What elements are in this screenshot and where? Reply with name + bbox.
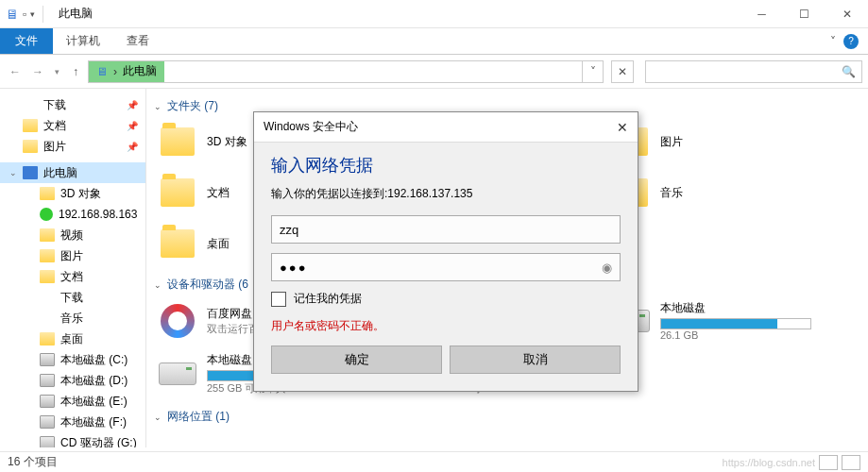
address-dropdown-icon[interactable]: ˅ [582,61,603,82]
drive-icon [158,354,197,394]
sidebar-item-label: 3D 对象 [60,186,101,202]
item-icon [40,415,55,429]
tile-label: 音乐 [660,185,683,201]
ribbon-collapse-icon[interactable]: ˅ [830,35,836,48]
sidebar-item[interactable]: 图片📌 [0,136,145,157]
sidebar-item[interactable]: 音乐 [0,308,145,329]
username-field[interactable]: zzq [271,215,621,244]
sidebar-item[interactable]: CD 驱动器 (G:) [0,432,145,447]
sidebar-item[interactable]: 下载📌 [0,94,145,115]
dialog-title: Windows 安全中心 [264,119,617,135]
item-icon [40,436,55,447]
pin-icon: 📌 [127,142,138,152]
item-icon [40,208,53,221]
expand-icon[interactable]: ⌄ [9,168,17,177]
dialog-titlebar: Windows 安全中心 ✕ [254,112,638,143]
sidebar-item-label: 下载 [43,97,66,113]
usage-bar [660,318,811,329]
app-icon: 🖥 [6,7,19,22]
sidebar-item-label: 文档 [43,118,66,134]
sidebar-item[interactable]: 桌面 [0,329,145,349]
chevron-down-icon: ⌄ [154,413,162,422]
nav-toolbar: ← → ▾ ↑ 🖥 › 此电脑 ˅ ✕ 🔍 [0,55,868,89]
reveal-password-icon[interactable]: ◉ [602,261,612,275]
nav-up-button[interactable]: ↑ [67,65,84,78]
view-details-button[interactable] [819,455,838,470]
ribbon: 文件 计算机 查看 ˅ ? [0,28,868,55]
sidebar-item-label: 下载 [60,290,83,306]
ok-button[interactable]: 确定 [271,346,442,374]
address-chevron-icon[interactable]: › [113,65,117,78]
dialog-heading: 输入网络凭据 [271,154,621,177]
watermark: https://blog.csdn.net [723,457,815,468]
status-bar: 16 个项目 https://blog.csdn.net [0,451,868,472]
remember-checkbox[interactable] [271,292,286,307]
sidebar-item-label: 本地磁盘 (D:) [60,373,128,389]
folder-icon [23,98,38,111]
maximize-button[interactable]: ☐ [783,0,825,28]
drive-tile[interactable]: 本地磁盘26.1 GB [607,295,834,346]
sidebar-item[interactable]: 本地磁盘 (D:) [0,370,145,391]
tile-sublabel: 26.1 GB [660,329,811,341]
password-field[interactable]: ●●● ◉ [271,253,621,281]
tile-label: 文档 [207,185,230,201]
sidebar-this-pc[interactable]: ⌄ 此电脑 [0,162,145,183]
view-icons-button[interactable] [842,455,860,470]
folder-icon [23,140,38,153]
sidebar-item[interactable]: 本地磁盘 (E:) [0,391,145,412]
sidebar-item[interactable]: 文档📌 [0,115,145,136]
ribbon-file-tab[interactable]: 文件 [0,28,53,54]
help-icon[interactable]: ? [843,34,859,49]
address-segment[interactable]: 此电脑 [123,63,157,79]
folder-tile[interactable]: 图片 [607,116,834,167]
search-input[interactable]: 🔍 [645,60,862,83]
ribbon-tab-computer[interactable]: 计算机 [53,28,113,54]
item-icon [40,312,55,325]
credential-dialog: Windows 安全中心 ✕ 输入网络凭据 输入你的凭据以连接到:192.168… [253,111,638,392]
item-icon [40,187,55,200]
tile-label: 3D 对象 [207,134,247,150]
item-icon [40,374,55,387]
sidebar-item[interactable]: 本地磁盘 (F:) [0,412,145,432]
item-icon [40,228,55,242]
sidebar-item[interactable]: 下载 [0,287,145,308]
item-icon [40,291,55,304]
window-titlebar: 🖥 ▫ ▾ 此电脑 ─ ☐ ✕ [0,0,868,28]
folder-icon [23,119,38,132]
ribbon-tab-view[interactable]: 查看 [113,28,162,54]
group-header-network[interactable]: ⌄ 网络位置 (1) [154,407,868,427]
pin-icon: 📌 [127,100,138,110]
sidebar-item[interactable]: 视频 [0,225,145,245]
sidebar-item[interactable]: 文档 [0,266,145,287]
pin-icon: 📌 [127,121,138,131]
address-bar[interactable]: 🖥 › 此电脑 ˅ [88,60,604,83]
sidebar-item-label: 本地磁盘 (F:) [60,414,127,430]
remember-label: 记住我的凭据 [294,291,362,307]
cancel-button[interactable]: 取消 [450,346,621,374]
nav-recent-icon[interactable]: ▾ [51,67,63,76]
qat-dropdown-icon[interactable]: ▾ [30,9,35,19]
qat-icon[interactable]: ▫ [23,8,26,21]
folder-icon [158,122,197,161]
minimize-button[interactable]: ─ [740,0,783,28]
sidebar-item[interactable]: 本地磁盘 (C:) [0,349,145,370]
folder-tile[interactable]: 音乐 [607,167,834,218]
nav-forward-button[interactable]: → [28,65,47,78]
dialog-close-button[interactable]: ✕ [617,120,628,135]
sidebar-item[interactable]: 3D 对象 [0,183,145,204]
window-title: 此电脑 [59,6,93,22]
sidebar-item-label: 192.168.98.163 [59,208,137,221]
sidebar-item-label: 桌面 [60,331,83,347]
dialog-error: 用户名或密码不正确。 [271,318,621,334]
nav-back-button[interactable]: ← [6,65,25,78]
sidebar: 下载📌文档📌图片📌 ⌄ 此电脑 3D 对象192.168.98.163视频图片文… [0,89,146,447]
dialog-message: 输入你的凭据以连接到:192.168.137.135 [271,186,621,202]
sidebar-item[interactable]: 图片 [0,245,145,266]
sidebar-item[interactable]: 192.168.98.163 [0,204,145,225]
pc-icon [23,166,38,179]
refresh-button[interactable]: ✕ [611,60,634,83]
tile-label: 图片 [660,134,683,150]
item-icon [40,270,55,283]
search-icon: 🔍 [842,65,856,78]
close-button[interactable]: ✕ [825,0,868,28]
